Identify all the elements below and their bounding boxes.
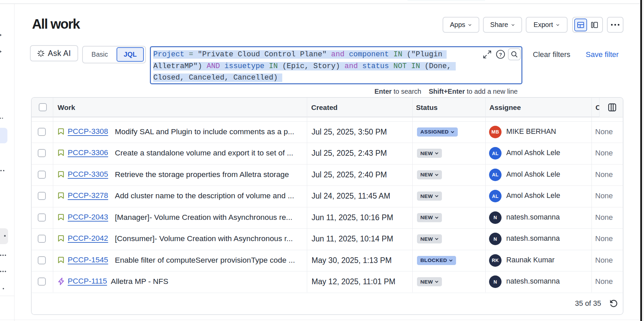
svg-text:?: ? [499,52,502,57]
